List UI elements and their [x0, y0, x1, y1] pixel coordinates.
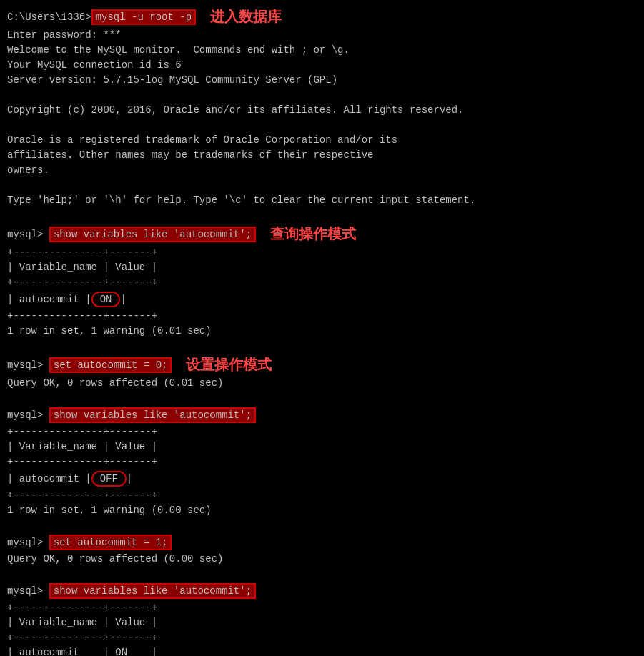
cmd5-line: mysql> show variables like 'autocommit'; — [7, 583, 637, 599]
query-annotation: 查询操作模式 — [270, 224, 356, 244]
header1: | Variable_name | Value | — [7, 260, 637, 275]
owners: owners. — [7, 163, 637, 178]
cmd3-line: mysql> show variables like 'autocommit'; — [7, 407, 637, 423]
row1-on: | autocommit | ON | — [7, 292, 637, 307]
blank7 — [7, 518, 637, 533]
blank5 — [7, 339, 637, 354]
header3: | Variable_name | Value | — [7, 615, 637, 630]
row1-prefix: | autocommit | — [7, 294, 91, 305]
login-annotation: 进入数据库 — [210, 7, 282, 26]
query-ok2: Query OK, 0 rows affected (0.00 sec) — [7, 552, 637, 567]
result2: 1 row in set, 1 warning (0.00 sec) — [7, 503, 637, 518]
result1: 1 row in set, 1 warning (0.01 sec) — [7, 324, 637, 339]
login-cmd-highlight: mysql -u root -p — [91, 9, 196, 25]
set-annotation: 设置操作模式 — [186, 355, 272, 374]
affiliates: affiliates. Other names may be trademark… — [7, 148, 637, 163]
path-text: C:\Users\1336> — [7, 11, 91, 23]
sep2: +---------------+-------+ — [7, 275, 637, 290]
row3: | autocommit | ON | — [7, 645, 637, 656]
row2-prefix: | autocommit | — [7, 473, 91, 484]
blank8 — [7, 567, 637, 582]
sep4: +---------------+-------+ — [7, 424, 637, 439]
cmd1-highlight: show variables like 'autocommit'; — [49, 227, 256, 242]
mysql-prompt-3: mysql> — [7, 409, 49, 421]
sep5: +---------------+-------+ — [7, 454, 637, 469]
blank4 — [7, 208, 637, 223]
cmd1-line: mysql> show variables like 'autocommit';… — [7, 224, 637, 244]
copyright: Copyright (c) 2000, 2016, Oracle and/or … — [7, 103, 637, 118]
header2: | Variable_name | Value | — [7, 439, 637, 454]
help-line: Type 'help;' or '\h' for help. Type '\c'… — [7, 193, 637, 208]
cmd2-line: mysql> set autocommit = 0; 设置操作模式 — [7, 355, 637, 374]
enter-password: Enter password: *** — [7, 28, 637, 43]
sep7: +---------------+-------+ — [7, 600, 637, 615]
query-ok1: Query OK, 0 rows affected (0.01 sec) — [7, 376, 637, 391]
blank2 — [7, 118, 637, 133]
mysql-prompt-2: mysql> — [7, 359, 49, 371]
sep3: +---------------+-------+ — [7, 309, 637, 324]
cmd2-highlight: set autocommit = 0; — [49, 357, 172, 373]
row1-suffix: | — [120, 294, 126, 305]
value-on-badge: ON — [91, 292, 121, 307]
value-off-badge: OFF — [91, 471, 127, 487]
mysql-prompt-4: mysql> — [7, 537, 49, 548]
cmd4-highlight: set autocommit = 1; — [49, 535, 172, 550]
cmd3-highlight: show variables like 'autocommit'; — [49, 407, 256, 423]
blank1 — [7, 88, 637, 103]
mysql-prompt-1: mysql> — [7, 229, 49, 240]
cmd5-highlight: show variables like 'autocommit'; — [49, 583, 256, 599]
login-line: C:\Users\1336>mysql -u root -p 进入数据库 — [7, 7, 637, 26]
cmd4-line: mysql> set autocommit = 1; — [7, 535, 637, 550]
mysql-prompt-5: mysql> — [7, 585, 49, 597]
welcome-line: Welcome to the MySQL monitor. Commands e… — [7, 43, 637, 58]
blank6 — [7, 391, 637, 406]
server-version: Server version: 5.7.15-log MySQL Communi… — [7, 73, 637, 88]
sep8: +---------------+-------+ — [7, 630, 637, 645]
connection-id: Your MySQL connection id is 6 — [7, 58, 637, 73]
row2-off: | autocommit | OFF | — [7, 471, 637, 487]
sep1: +---------------+-------+ — [7, 245, 637, 260]
terminal: C:\Users\1336>mysql -u root -p 进入数据库 Ent… — [7, 7, 637, 656]
oracle-trademark: Oracle is a registered trademark of Orac… — [7, 133, 637, 148]
sep6: +---------------+-------+ — [7, 488, 637, 503]
blank3 — [7, 178, 637, 193]
row2-suffix: | — [127, 473, 132, 484]
